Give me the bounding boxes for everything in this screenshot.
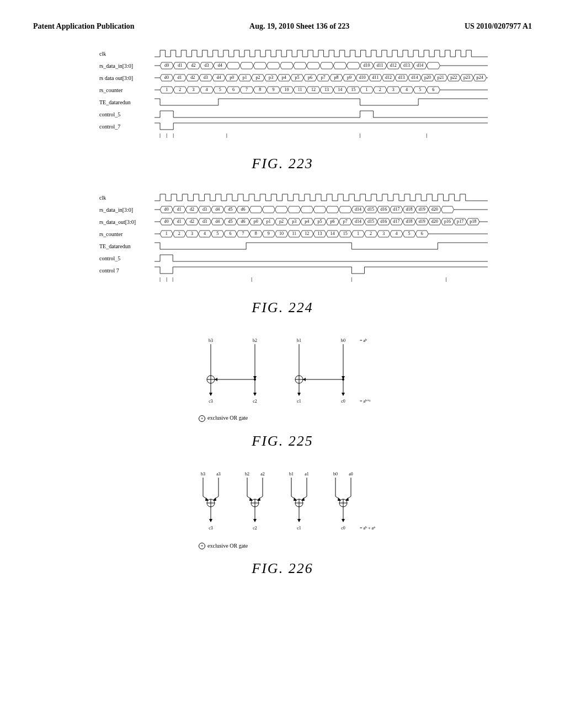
svg-text:d4: d4 [218, 63, 222, 68]
svg-text:10: 10 [285, 87, 289, 92]
svg-text:d1: d1 [177, 207, 182, 212]
svg-text:d5: d5 [228, 207, 232, 212]
clk-waveform [154, 49, 488, 58]
svg-text:9: 9 [272, 87, 274, 92]
svg-text:15: 15 [351, 87, 355, 92]
svg-text:p20: p20 [424, 75, 431, 80]
svg-text:p6: p6 [308, 75, 312, 80]
svg-text:6: 6 [232, 87, 234, 92]
te-waveform [154, 97, 488, 107]
svg-text:p17: p17 [457, 219, 463, 224]
svg-text:a0: a0 [349, 472, 353, 477]
svg-text:8: 8 [255, 231, 257, 236]
svg-text:b3: b3 [201, 472, 205, 477]
svg-text:6: 6 [421, 231, 423, 236]
svg-text:d12: d12 [390, 63, 397, 68]
signal-label: control 7 [99, 267, 154, 274]
svg-text:c0: c0 [341, 526, 345, 531]
svg-text:= aᵇ: = aᵇ [360, 338, 367, 343]
svg-text:b2: b2 [245, 472, 249, 477]
svg-text:c1: c1 [297, 399, 301, 404]
svg-text:d1: d1 [178, 75, 182, 80]
svg-text:p3: p3 [292, 219, 296, 224]
timing-diagram-224: clk rs_data_in[3:0] d0d1d2d3d4d5d6d14d15… [99, 191, 488, 288]
svg-text:5: 5 [216, 231, 218, 236]
signal-label: clk [99, 195, 154, 201]
svg-text:p2: p2 [255, 75, 260, 80]
xor-gate-icon: + [199, 415, 205, 422]
signal-label: rs_data_out[3:0] [99, 219, 154, 225]
svg-text:14: 14 [338, 87, 342, 92]
header-center: Aug. 19, 2010 Sheet 136 of 223 [249, 22, 349, 31]
svg-text:d14: d14 [417, 63, 423, 68]
svg-text:p1: p1 [243, 75, 247, 80]
svg-text:10: 10 [279, 231, 284, 236]
svg-text:d3: d3 [202, 207, 207, 212]
svg-text:3: 3 [191, 231, 193, 236]
figure-caption-226: FIG. 226 [33, 560, 532, 577]
svg-text:d3: d3 [205, 63, 209, 68]
svg-text:d14: d14 [411, 75, 418, 80]
svg-text:d17: d17 [393, 207, 399, 212]
svg-text:p23: p23 [463, 75, 470, 80]
svg-text:d18: d18 [406, 207, 413, 212]
signal-label: control_5 [99, 111, 154, 117]
markers [154, 277, 488, 287]
svg-text:4: 4 [204, 231, 206, 236]
svg-text:d2: d2 [190, 207, 194, 212]
svg-text:c2: c2 [253, 399, 257, 404]
svg-text:p3: p3 [269, 75, 273, 80]
svg-text:p4: p4 [282, 75, 286, 80]
svg-text:d13: d13 [398, 75, 405, 80]
svg-text:b0: b0 [333, 472, 338, 477]
svg-text:d4: d4 [215, 219, 220, 224]
clk-waveform [154, 192, 488, 202]
svg-text:a2: a2 [260, 472, 265, 477]
svg-text:d11: d11 [377, 63, 383, 68]
svg-text:d13: d13 [403, 63, 410, 68]
svg-text:d16: d16 [380, 219, 387, 224]
svg-text:d5: d5 [228, 219, 232, 224]
svg-text:p8: p8 [334, 75, 338, 80]
svg-text:14: 14 [331, 231, 335, 236]
svg-text:4: 4 [395, 231, 397, 236]
svg-text:d3: d3 [204, 75, 208, 80]
counter-waveform: 123456789101112131415123456 [154, 229, 488, 239]
svg-text:p7: p7 [321, 75, 326, 80]
svg-text:d19: d19 [419, 219, 425, 224]
svg-text:d2: d2 [190, 219, 194, 224]
svg-text:12: 12 [305, 231, 309, 236]
xor-gate-icon: + [199, 543, 205, 549]
svg-text:d2: d2 [191, 63, 195, 68]
svg-text:p0: p0 [254, 219, 258, 224]
xor-legend: +exclusive OR gate [199, 543, 532, 550]
svg-text:d11: d11 [372, 75, 379, 80]
svg-text:4: 4 [406, 87, 408, 92]
te-waveform [154, 241, 488, 251]
svg-text:p24: p24 [477, 75, 483, 80]
svg-text:p16: p16 [444, 219, 451, 224]
svg-text:8: 8 [259, 87, 261, 92]
xor-legend: +exclusive OR gate [199, 415, 532, 422]
svg-text:5: 5 [408, 231, 411, 236]
signal-label: rs_data_in[3:0] [99, 63, 154, 69]
signal-label: rs_counter [99, 87, 154, 93]
signal-label: rs data out[3:0] [99, 75, 154, 81]
svg-text:1: 1 [366, 87, 368, 92]
svg-text:p9: p9 [347, 75, 351, 80]
svg-text:d14: d14 [355, 219, 361, 224]
svg-text:b1: b1 [289, 472, 294, 477]
svg-text:p0: p0 [230, 75, 234, 80]
ctrl5-waveform [154, 109, 488, 119]
svg-text:15: 15 [343, 231, 348, 236]
header-left: Patent Application Publication [33, 22, 135, 31]
svg-text:p22: p22 [450, 75, 457, 80]
svg-text:d20: d20 [431, 219, 438, 224]
svg-text:d17: d17 [393, 219, 399, 224]
svg-text:b1: b1 [297, 338, 301, 343]
svg-text:d10: d10 [364, 63, 370, 68]
svg-text:d6: d6 [241, 207, 246, 212]
svg-text:a1: a1 [305, 472, 309, 477]
data-out-waveform: d0d1d2d3d4p0p1p2p3p4p5p6p7p8p9d10d11d12d… [154, 73, 488, 83]
counter-waveform: 123456789101112131415123456 [154, 85, 488, 95]
